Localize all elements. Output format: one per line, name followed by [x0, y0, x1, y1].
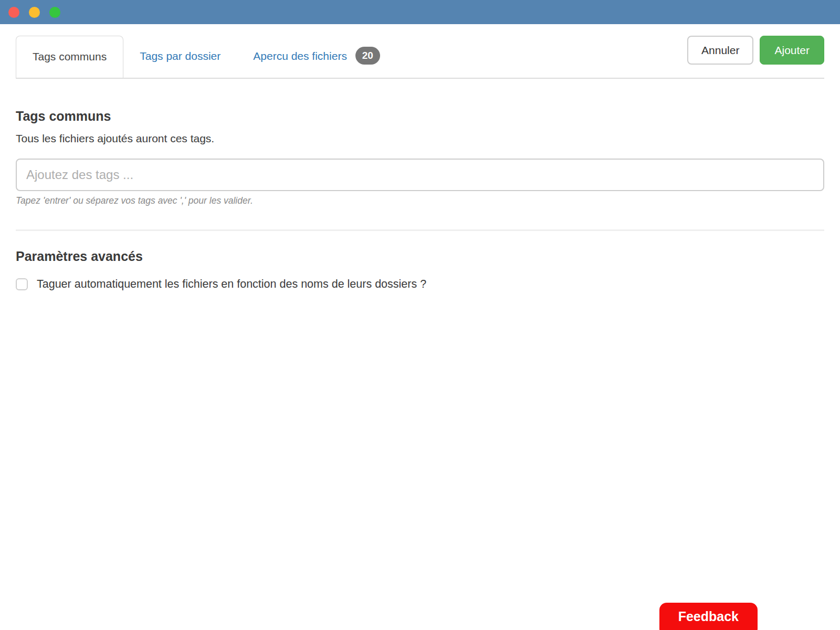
auto-tag-option-row: Taguer automatiquement les fichiers en f…: [16, 278, 824, 291]
zoom-window-icon[interactable]: [49, 7, 60, 18]
auto-tag-checkbox-label[interactable]: Taguer automatiquement les fichiers en f…: [37, 278, 426, 291]
feedback-button[interactable]: Feedback: [659, 603, 758, 630]
section-divider: [16, 229, 824, 231]
main-content: Tags communs Tous les fichiers ajoutés a…: [0, 109, 840, 291]
close-window-icon[interactable]: [8, 7, 19, 18]
header-bar: Tags communs Tags par dossier Apercu des…: [16, 24, 824, 79]
tab-tags-communs[interactable]: Tags communs: [16, 36, 123, 78]
section-title-tags-communs: Tags communs: [16, 109, 824, 124]
tags-input-help-text: Tapez 'entrer' ou séparez vos tags avec …: [16, 195, 824, 206]
tab-tags-par-dossier[interactable]: Tags par dossier: [123, 36, 237, 78]
tab-apercu-label: Apercu des fichiers: [253, 50, 347, 62]
header-actions: Annuler Ajouter: [687, 36, 824, 65]
tab-bar: Tags communs Tags par dossier Apercu des…: [16, 36, 396, 78]
tags-input[interactable]: [16, 159, 824, 191]
section-title-parametres-avances: Paramètres avancés: [16, 249, 824, 264]
tab-apercu-des-fichiers[interactable]: Apercu des fichiers 20: [237, 36, 396, 78]
minimize-window-icon[interactable]: [29, 7, 40, 18]
section-description: Tous les fichiers ajoutés auront ces tag…: [16, 132, 824, 145]
add-button[interactable]: Ajouter: [760, 36, 824, 65]
traffic-lights: [8, 7, 60, 18]
cancel-button[interactable]: Annuler: [687, 36, 753, 65]
window-titlebar: [0, 0, 840, 24]
file-count-badge: 20: [355, 47, 380, 65]
auto-tag-checkbox[interactable]: [16, 278, 28, 290]
